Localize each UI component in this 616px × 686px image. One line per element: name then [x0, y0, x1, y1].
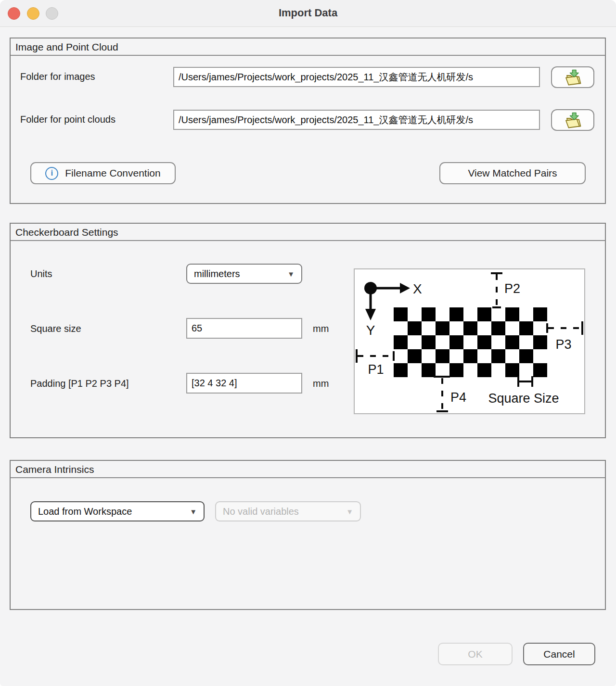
intrinsics-variable-dropdown: No valid variables ▼: [215, 501, 361, 521]
browse-pointclouds-button[interactable]: [551, 109, 594, 131]
chevron-down-icon: ▼: [190, 508, 197, 516]
square-size-input[interactable]: [186, 318, 302, 339]
checkerboard-diagram: X Y P2 P3 P1: [354, 268, 585, 414]
filename-convention-button[interactable]: i Filename Convention: [30, 162, 176, 184]
p4-marker: [434, 377, 450, 411]
padding-input[interactable]: [186, 373, 302, 394]
folder-pointclouds-input[interactable]: [173, 110, 540, 130]
title-bar: Import Data: [0, 0, 616, 27]
units-value: millimeters: [194, 268, 240, 279]
folder-images-input[interactable]: [173, 67, 540, 87]
intrinsics-source-dropdown[interactable]: Load from Workspace ▼: [30, 501, 205, 521]
x-axis-label: X: [413, 281, 422, 296]
folder-images-label: Folder for images: [20, 71, 95, 82]
chevron-down-icon: ▼: [346, 508, 353, 516]
cancel-label: Cancel: [543, 648, 575, 660]
filename-convention-label: Filename Convention: [65, 167, 160, 179]
chevron-down-icon: ▼: [287, 270, 295, 278]
ok-button: OK: [438, 643, 513, 665]
p3-label: P3: [555, 337, 571, 352]
group-title: Camera Intrinsics: [11, 461, 605, 478]
square-size-diagram-label: Square Size: [488, 391, 559, 406]
intrinsics-source-value: Load from Workspace: [38, 506, 132, 517]
square-size-marker: [518, 376, 532, 387]
p1-marker: [357, 349, 394, 363]
p4-label: P4: [450, 390, 466, 405]
view-matched-pairs-label: View Matched Pairs: [468, 167, 557, 179]
square-size-label: Square size: [30, 323, 81, 334]
padding-unit: mm: [313, 378, 329, 389]
p2-marker: [491, 273, 502, 307]
info-icon: i: [45, 167, 58, 180]
units-label: Units: [30, 268, 52, 279]
intrinsics-variable-value: No valid variables: [223, 506, 299, 517]
units-dropdown[interactable]: millimeters ▼: [186, 264, 302, 284]
import-data-dialog: Import Data Image and Point Cloud Folder…: [0, 0, 616, 686]
padding-label: Padding [P1 P2 P3 P4]: [30, 378, 129, 389]
cancel-button[interactable]: Cancel: [523, 643, 595, 665]
y-axis-label: Y: [366, 323, 375, 338]
open-folder-icon: [563, 112, 583, 128]
p3-marker: [547, 321, 582, 335]
view-matched-pairs-button[interactable]: View Matched Pairs: [439, 162, 586, 184]
p1-label: P1: [368, 362, 384, 377]
window-title: Import Data: [0, 7, 616, 19]
group-title: Checkerboard Settings: [11, 224, 605, 241]
group-title: Image and Point Cloud: [11, 38, 605, 56]
checkerboard-pattern: [394, 307, 547, 377]
checkerboard-diagram-svg: X Y P2 P3 P1: [355, 269, 584, 413]
ok-label: OK: [468, 648, 482, 660]
open-folder-icon: [563, 69, 583, 86]
folder-pointclouds-label: Folder for point clouds: [20, 114, 116, 125]
camera-intrinsics-group: Camera Intrinsics: [10, 460, 606, 610]
browse-images-button[interactable]: [551, 66, 594, 88]
square-size-unit: mm: [313, 323, 329, 334]
p2-label: P2: [504, 281, 520, 296]
